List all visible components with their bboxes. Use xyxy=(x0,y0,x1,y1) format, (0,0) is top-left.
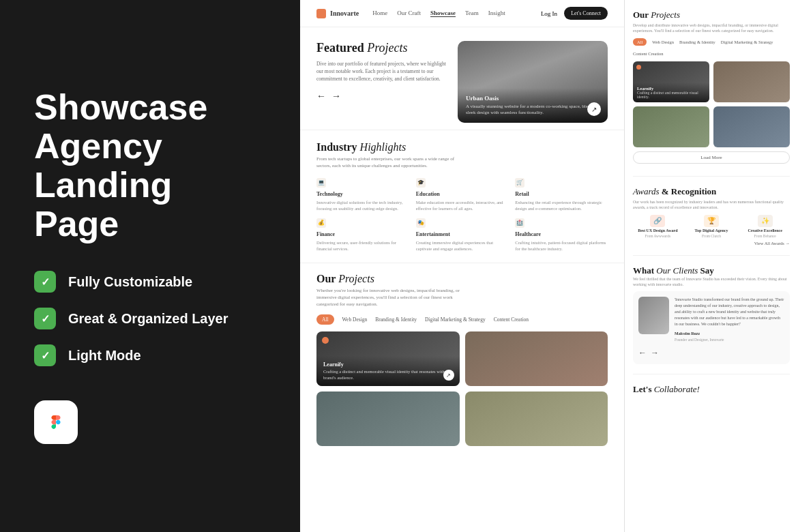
testimonial-next[interactable]: → xyxy=(651,346,659,359)
project-filter: All Web Design Branding & Identity Digit… xyxy=(316,314,608,325)
nav-logo: Innovarte xyxy=(316,9,359,18)
right-panel: Our Projects Develop and distribute inno… xyxy=(624,0,798,532)
hero-card-desc: A visually stunning website for a modern… xyxy=(466,104,600,116)
website-preview: Innovarte Home Our Craft Showcase Team I… xyxy=(300,0,624,532)
rp-card-3 xyxy=(633,106,709,147)
testimonial-prev[interactable]: ← xyxy=(638,346,647,359)
rp-filter-digital[interactable]: Digital Marketing & Strategy xyxy=(721,40,773,44)
project-learnify-desc: Crafting a distinct and memorable visual… xyxy=(323,369,453,381)
rp-card-learnify: Learnify Crafting a distinct and memorab… xyxy=(633,61,709,102)
rp-collab: Let's Collaborate! xyxy=(633,384,790,397)
retail-desc: Enhancing the retail experience through … xyxy=(515,199,608,211)
rp-filter-all[interactable]: All xyxy=(633,38,647,46)
technology-desc: Innovative digital solutions for the tec… xyxy=(316,199,409,211)
rp-award-creative-sub: From Behance xyxy=(754,234,776,238)
hero-card-arrow[interactable]: ↗ xyxy=(587,102,601,116)
projects-description: Whether you're looking for innovative we… xyxy=(316,288,473,308)
rp-award-ux-sub: From Awwwards xyxy=(645,234,671,238)
project-card-learnify: Learnify Crafting a distinct and memorab… xyxy=(316,331,460,386)
nav-team[interactable]: Team xyxy=(465,10,479,17)
feature-label-layer: Great & Organized Layer xyxy=(68,311,228,327)
entertainment-icon: 🎭 xyxy=(416,218,426,228)
filter-content[interactable]: Content Creation xyxy=(494,316,529,323)
rp-award-ux: 🔗 Best UX Design Award From Awwwards xyxy=(633,215,683,238)
project-card-4 xyxy=(465,391,608,446)
rp-learnify-desc: Crafting a distinct and memorable visual… xyxy=(637,91,705,99)
rp-award-creative-name: Creative Excellence xyxy=(748,228,782,233)
rp-projects-desc: Develop and distribute innovative web de… xyxy=(633,23,790,34)
industry-finance: 💰 Finance Delivering secure, user-friend… xyxy=(316,218,409,252)
rp-filter-content[interactable]: Content Creation xyxy=(633,51,664,56)
industry-heading: Industry Highlights xyxy=(316,141,608,153)
technology-icon: 💻 xyxy=(316,178,326,188)
rp-divider-3 xyxy=(633,374,790,374)
rp-divider-1 xyxy=(633,176,790,177)
hero-arrows[interactable]: ← → xyxy=(316,91,447,102)
filter-branding[interactable]: Branding & Identity xyxy=(375,316,417,323)
technology-label: Technology xyxy=(316,191,409,197)
entertainment-label: Entertainment xyxy=(416,231,509,237)
retail-label: Retail xyxy=(515,191,608,197)
project-card-2 xyxy=(465,331,608,386)
rp-clients-title: What Our Clients Say xyxy=(633,265,790,276)
project-learnify-overlay: Learnify Crafting a distinct and memorab… xyxy=(316,356,460,386)
rp-testimonial-role: Founder and Designer, Innovarte xyxy=(675,337,784,342)
filter-web[interactable]: Web Design xyxy=(342,316,368,323)
nav-login[interactable]: Log In xyxy=(541,10,557,17)
rp-testimonial-quote: 'Innovarte Studio transformed our brand … xyxy=(675,297,784,327)
nav-home[interactable]: Home xyxy=(372,10,387,17)
rp-card-dot xyxy=(636,65,641,70)
hero-section: Featured Projects Dive into our portfoli… xyxy=(300,27,624,130)
rp-award-digital-name: Top Digital Agency xyxy=(695,228,728,233)
rp-filter-branding[interactable]: Branding & Identity xyxy=(679,40,715,44)
arrow-next[interactable]: → xyxy=(331,91,341,102)
rp-awards-desc: Our work has been recognized by industry… xyxy=(633,199,790,211)
rp-award-creative-icon: ✨ xyxy=(758,215,773,227)
rp-testimonial-text-block: 'Innovarte Studio transformed our brand … xyxy=(675,297,784,342)
project-learnify-arrow[interactable]: ↗ xyxy=(443,370,454,381)
feature-label-lightmode: Light Mode xyxy=(68,348,141,364)
rp-testimonial-nav[interactable]: ← → xyxy=(638,346,784,359)
logo-icon xyxy=(316,9,326,18)
filter-all[interactable]: All xyxy=(316,314,334,325)
industry-grid: 💻 Technology Innovative digital solution… xyxy=(316,178,608,252)
healthcare-icon: 🏥 xyxy=(515,218,524,228)
logo-text: Innovarte xyxy=(330,10,359,17)
industry-description: From tech startups to global enterprises… xyxy=(316,156,467,170)
rp-awards: Awards & Recognition Our work has been r… xyxy=(633,186,790,246)
industry-entertainment: 🎭 Entertainment Creating immersive digit… xyxy=(416,218,509,252)
nav-showcase[interactable]: Showcase xyxy=(430,10,456,17)
education-icon: 🎓 xyxy=(416,178,426,188)
rp-testimonial-content: 'Innovarte Studio transformed our brand … xyxy=(638,297,784,342)
hero-card-title: Urban Oasis xyxy=(466,95,600,102)
rp-learnify-title: Learnify xyxy=(637,86,705,91)
arrow-prev[interactable]: ← xyxy=(316,91,326,102)
check-icon-layer xyxy=(34,308,56,329)
feature-label-customizable: Fully Customizable xyxy=(68,274,192,290)
hero-text: Featured Projects Dive into our portfoli… xyxy=(316,41,447,102)
education-label: Education xyxy=(416,191,509,197)
industry-technology: 💻 Technology Innovative digital solution… xyxy=(316,178,409,211)
feature-item-customizable: Fully Customizable xyxy=(34,271,266,293)
rp-projects-title: Our Projects xyxy=(633,10,790,20)
nav-connect-button[interactable]: Let's Connect xyxy=(564,7,608,20)
preview-navbar: Innovarte Home Our Craft Showcase Team I… xyxy=(300,0,624,27)
check-icon-customizable xyxy=(34,271,56,293)
education-desc: Make education more accessible, interact… xyxy=(416,199,509,211)
feature-item-lightmode: Light Mode xyxy=(34,344,266,366)
rp-load-more[interactable]: Load More xyxy=(633,151,790,164)
filter-digital[interactable]: Digital Marketing & Strategy xyxy=(425,316,486,323)
rp-filter-web[interactable]: Web Design xyxy=(652,40,674,44)
rp-clients-desc: We feel thrilled that the team of Innova… xyxy=(633,276,790,288)
figma-icon xyxy=(34,400,78,444)
hero-description: Dive into our portfolio of featured proj… xyxy=(316,60,447,83)
healthcare-label: Healthcare xyxy=(515,231,608,237)
nav-links[interactable]: Home Our Craft Showcase Team Insight xyxy=(372,10,527,17)
rp-view-all-awards[interactable]: View All Awards → xyxy=(633,241,790,246)
finance-icon: 💰 xyxy=(316,218,326,228)
nav-ourccraft[interactable]: Our Craft xyxy=(397,10,421,17)
rp-divider-2 xyxy=(633,255,790,256)
rp-awards-grid: 🔗 Best UX Design Award From Awwwards 🏆 T… xyxy=(633,215,790,238)
rp-clients: What Our Clients Say We feel thrilled th… xyxy=(633,265,790,364)
nav-insight[interactable]: Insight xyxy=(488,10,505,17)
